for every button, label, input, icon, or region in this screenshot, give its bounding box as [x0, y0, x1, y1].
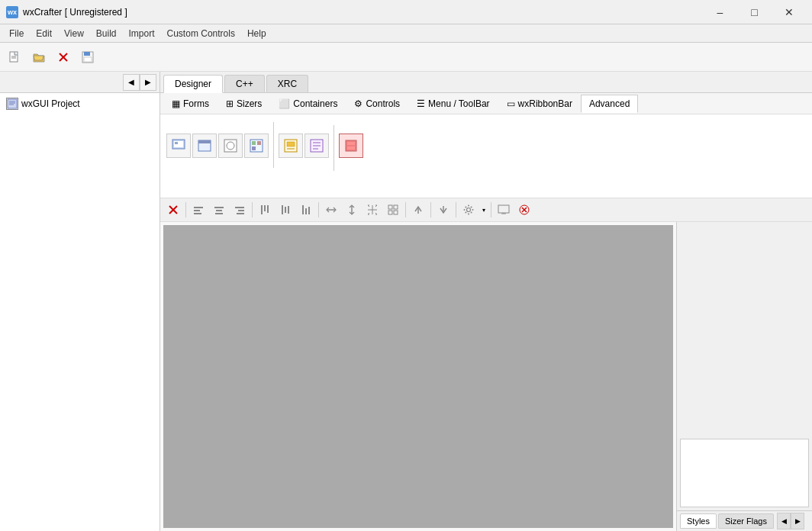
- second-toolbar: ▾: [160, 198, 812, 222]
- palette-item-1[interactable]: [166, 134, 191, 158]
- menu-view[interactable]: View: [58, 27, 90, 40]
- palette-tab-menu[interactable]: ☰ Menu / ToolBar: [408, 95, 498, 113]
- svg-rect-8: [8, 99, 17, 108]
- tab-cpp[interactable]: C++: [224, 75, 265, 92]
- folder-open-icon: [33, 51, 45, 63]
- palette-divider: [273, 122, 274, 168]
- palette-item-4[interactable]: [244, 134, 269, 158]
- expand-h-icon: [326, 204, 337, 215]
- forms-icon: ▦: [172, 98, 180, 109]
- svg-rect-48: [285, 207, 286, 213]
- svg-rect-47: [282, 205, 283, 214]
- palette-tab-advanced[interactable]: Advanced: [581, 95, 638, 113]
- move-up-button[interactable]: [408, 201, 428, 219]
- svg-rect-59: [388, 211, 392, 214]
- open-button[interactable]: [27, 47, 50, 68]
- expand-v-button[interactable]: [342, 201, 362, 219]
- palette-tab-forms[interactable]: ▦ Forms: [163, 95, 218, 113]
- far-tab-nav: ◀ ▶: [777, 513, 804, 529]
- menu-edit[interactable]: Edit: [30, 27, 58, 40]
- svg-rect-21: [257, 141, 261, 145]
- svg-point-68: [465, 206, 466, 208]
- grid-button[interactable]: [383, 201, 403, 219]
- palette-item-6[interactable]: [304, 134, 329, 158]
- save-button[interactable]: [76, 47, 99, 68]
- sep1: [185, 202, 186, 217]
- new-button[interactable]: [3, 47, 26, 68]
- tab-xrc[interactable]: XRC: [266, 75, 308, 92]
- align-right-icon: [234, 204, 245, 215]
- close-file-icon: [57, 51, 69, 63]
- svg-rect-22: [252, 146, 256, 150]
- panel-expand-button[interactable]: ▶: [140, 74, 156, 91]
- canvas-area[interactable]: [163, 225, 673, 528]
- svg-rect-16: [198, 140, 211, 143]
- maximize-button[interactable]: □: [737, 0, 772, 24]
- settings-dropdown: ▾: [459, 201, 488, 219]
- minimize-button[interactable]: –: [703, 0, 737, 24]
- preview-icon: [498, 204, 510, 215]
- stop-button[interactable]: [514, 201, 534, 219]
- panel-collapse-button[interactable]: ◀: [123, 74, 140, 91]
- align-left-button[interactable]: [188, 201, 208, 219]
- palette-item-3[interactable]: [218, 134, 243, 158]
- svg-rect-31: [347, 142, 355, 145]
- left-panel-header: ◀ ▶: [0, 72, 160, 93]
- svg-rect-37: [194, 213, 201, 214]
- move-down-button[interactable]: [433, 201, 453, 219]
- menu-build[interactable]: Build: [90, 27, 123, 40]
- close-file-button[interactable]: [52, 47, 75, 68]
- align-top-button[interactable]: [255, 201, 275, 219]
- align-top-icon: [259, 204, 270, 215]
- delete-icon: [168, 204, 179, 215]
- save-icon: [82, 51, 94, 63]
- align-bottom-button[interactable]: [296, 201, 316, 219]
- svg-rect-14: [175, 142, 178, 144]
- palette-item-5[interactable]: [279, 134, 303, 158]
- move-down-icon: [438, 204, 449, 215]
- svg-rect-49: [288, 206, 289, 214]
- expand-hv-button[interactable]: [362, 201, 382, 219]
- settings-icon: [463, 204, 474, 215]
- align-center-button[interactable]: [209, 201, 229, 219]
- far-right-tab-sizer-flags[interactable]: Sizer Flags: [718, 513, 774, 529]
- palette-tab-containers[interactable]: ⬜ Containers: [270, 95, 346, 113]
- far-right-panel: Styles Sizer Flags ◀ ▶: [676, 222, 812, 531]
- align-middle-button[interactable]: [276, 201, 295, 219]
- far-right-tab-styles[interactable]: Styles: [680, 513, 717, 529]
- project-label: wxGUI Project: [21, 98, 80, 109]
- expand-h-button[interactable]: [321, 201, 341, 219]
- ribbon-icon: ▭: [507, 98, 515, 109]
- align-right-button[interactable]: [230, 201, 250, 219]
- close-button[interactable]: ✕: [772, 0, 806, 24]
- new-icon: [8, 51, 21, 63]
- sep5: [430, 202, 431, 217]
- palette-item-2[interactable]: [192, 134, 217, 158]
- align-left-icon: [193, 204, 204, 215]
- sep2: [252, 202, 253, 217]
- palette-tab-sizers[interactable]: ⊞ Sizers: [218, 95, 270, 113]
- menu-import[interactable]: Import: [123, 27, 161, 40]
- sep4: [405, 202, 406, 217]
- tab-designer[interactable]: Designer: [163, 75, 223, 93]
- far-tab-next-button[interactable]: ▶: [791, 513, 804, 529]
- settings-dropdown-arrow[interactable]: ▾: [479, 201, 488, 219]
- far-tab-prev-button[interactable]: ◀: [777, 513, 791, 529]
- svg-rect-7: [84, 57, 92, 62]
- delete-button[interactable]: [163, 201, 183, 219]
- menu-file[interactable]: File: [3, 27, 30, 40]
- tree-item-project[interactable]: wxGUI Project: [3, 96, 156, 111]
- settings-button[interactable]: [459, 201, 478, 219]
- preview-button[interactable]: [494, 201, 514, 219]
- svg-rect-57: [388, 205, 392, 209]
- title-controls: – □ ✕: [703, 0, 806, 24]
- title-text: wxCrafter [ Unregistered ]: [23, 7, 127, 18]
- palette-item-7[interactable]: [339, 134, 363, 158]
- svg-rect-46: [267, 205, 269, 213]
- menu-custom-controls[interactable]: Custom Controls: [161, 27, 241, 40]
- palette-tab-controls[interactable]: ⚙ Controls: [346, 95, 408, 113]
- menu-help[interactable]: Help: [241, 27, 272, 40]
- right-panel: Designer C++ XRC ▦ Forms ⊞ Sizers ⬜ Cont…: [160, 72, 812, 531]
- palette-tab-ribbon[interactable]: ▭ wxRibbonBar: [498, 95, 581, 113]
- toolbar: [0, 43, 812, 72]
